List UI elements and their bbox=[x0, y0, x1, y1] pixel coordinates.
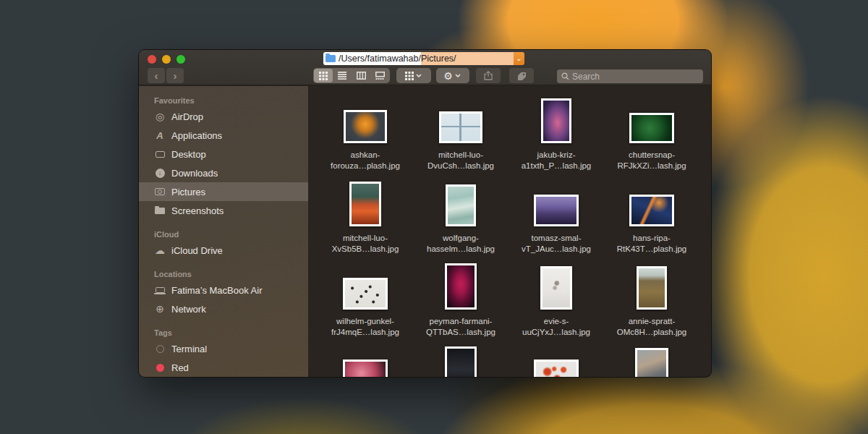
applications-icon: A bbox=[154, 130, 166, 141]
file-item[interactable] bbox=[509, 346, 604, 377]
file-item[interactable]: wolfgang-hasselm…lash.jpg bbox=[413, 180, 509, 263]
share-button[interactable] bbox=[476, 68, 501, 83]
file-item[interactable]: wilhelm-gunkel-frJ4mqE…lash.jpg bbox=[318, 263, 413, 346]
cloud-icon: ☁ bbox=[154, 244, 166, 256]
search-icon bbox=[561, 72, 569, 80]
file-name[interactable]: evie-s-uuCjYxJ…lash.jpg bbox=[522, 316, 590, 337]
sidebar-item-pictures[interactable]: Pictures bbox=[139, 182, 308, 201]
sidebar-item-tag-red[interactable]: Red bbox=[139, 358, 308, 377]
list-view-button[interactable] bbox=[333, 69, 352, 82]
file-item[interactable]: evie-s-uuCjYxJ…lash.jpg bbox=[509, 263, 604, 346]
file-item[interactable] bbox=[604, 346, 699, 377]
file-thumbnail[interactable] bbox=[445, 346, 477, 377]
file-name[interactable]: jakub-kriz-a1txth_P…lash.jpg bbox=[522, 150, 592, 171]
search-placeholder: Search bbox=[572, 72, 600, 82]
window-header: /Users/fatimawahab/ Pictures/ ⌄ ‹ › bbox=[139, 50, 711, 85]
downloads-icon: ↓ bbox=[154, 169, 166, 178]
zoom-button[interactable] bbox=[176, 55, 185, 64]
file-item[interactable]: annie-spratt-OMc8H…plash.jpg bbox=[604, 263, 699, 346]
chevron-down-icon bbox=[455, 74, 461, 77]
desktop-icon bbox=[154, 151, 166, 158]
file-name[interactable]: mitchell-luo-XvSb5B…lash.jpg bbox=[332, 233, 399, 254]
search-input[interactable]: Search bbox=[557, 69, 703, 83]
file-thumbnail[interactable] bbox=[637, 266, 667, 310]
section-title-locations: Locations bbox=[139, 265, 308, 281]
file-thumbnail[interactable] bbox=[446, 184, 476, 226]
file-name[interactable]: chuttersnap-RFJkXZi…lash.jpg bbox=[617, 150, 686, 171]
grid-view-icon bbox=[319, 72, 328, 80]
file-name[interactable]: wilhelm-gunkel-frJ4mqE…lash.jpg bbox=[331, 316, 399, 337]
icon-view-button[interactable] bbox=[314, 69, 333, 82]
file-item[interactable]: ashkan-forouza…plash.jpg bbox=[318, 97, 413, 180]
file-thumbnail[interactable] bbox=[343, 278, 388, 310]
red-tag-icon bbox=[154, 364, 166, 372]
file-thumbnail[interactable] bbox=[534, 195, 579, 226]
file-name[interactable]: ashkan-forouza…plash.jpg bbox=[331, 150, 400, 171]
file-item[interactable] bbox=[413, 346, 509, 377]
file-item[interactable]: chuttersnap-RFJkXZi…lash.jpg bbox=[604, 97, 699, 180]
file-item[interactable]: hans-ripa-RtK43T…plash.jpg bbox=[604, 180, 699, 263]
sidebar-item-tag-terminal[interactable]: Terminal bbox=[139, 339, 308, 358]
traffic-lights bbox=[148, 55, 185, 64]
file-thumbnail[interactable] bbox=[540, 266, 572, 310]
file-thumbnail[interactable] bbox=[445, 263, 477, 310]
path-text-selected: Pictures/ bbox=[421, 52, 514, 65]
action-menu-button[interactable]: ⚙ bbox=[436, 68, 469, 83]
file-grid: ashkan-forouza…plash.jpg mitchell-luo-Dv… bbox=[309, 86, 711, 377]
sidebar-item-network[interactable]: ⊕ Network bbox=[139, 299, 308, 318]
gray-ring-tag-icon bbox=[154, 345, 166, 353]
file-name[interactable]: wolfgang-hasselm…lash.jpg bbox=[427, 233, 495, 254]
finder-window: /Users/fatimawahab/ Pictures/ ⌄ ‹ › bbox=[139, 50, 711, 377]
column-view-icon bbox=[357, 72, 366, 80]
file-thumbnail[interactable] bbox=[635, 348, 668, 377]
sidebar-item-airdrop[interactable]: ◎ AirDrop bbox=[139, 107, 308, 126]
sidebar-item-screenshots[interactable]: Screenshots bbox=[139, 201, 308, 220]
path-dropdown-button[interactable]: ⌄ bbox=[514, 52, 524, 65]
file-thumbnail[interactable] bbox=[343, 359, 388, 377]
sidebar-item-desktop[interactable]: Desktop bbox=[139, 145, 308, 163]
file-name[interactable]: peyman-farmani-QTTbAS…lash.jpg bbox=[426, 316, 495, 337]
file-name[interactable]: annie-spratt-OMc8H…plash.jpg bbox=[617, 316, 687, 337]
group-by-button[interactable] bbox=[396, 68, 431, 83]
gallery-view-button[interactable] bbox=[370, 69, 389, 82]
list-view-icon bbox=[338, 72, 346, 80]
file-thumbnail[interactable] bbox=[349, 182, 381, 226]
path-address-bar[interactable]: /Users/fatimawahab/ Pictures/ ⌄ bbox=[323, 52, 524, 65]
sidebar-item-applications[interactable]: A Applications bbox=[139, 126, 308, 145]
toolbar: ‹ › bbox=[139, 67, 711, 85]
file-thumbnail[interactable] bbox=[439, 111, 482, 143]
group-grid-icon bbox=[405, 72, 414, 80]
folder-icon bbox=[326, 55, 336, 62]
tag-button[interactable] bbox=[509, 68, 534, 83]
forward-button[interactable]: › bbox=[166, 68, 184, 83]
file-thumbnail[interactable] bbox=[534, 359, 579, 377]
share-icon bbox=[484, 71, 493, 80]
file-item[interactable]: mitchell-luo-XvSb5B…lash.jpg bbox=[318, 180, 413, 263]
sidebar-item-macbook[interactable]: Fatima’s MacBook Air bbox=[139, 281, 308, 299]
file-name[interactable]: hans-ripa-RtK43T…plash.jpg bbox=[617, 233, 687, 254]
file-item[interactable] bbox=[318, 346, 413, 377]
file-thumbnail[interactable] bbox=[629, 113, 674, 143]
file-item[interactable]: peyman-farmani-QTTbAS…lash.jpg bbox=[413, 263, 509, 346]
file-item[interactable]: mitchell-luo-DvuCsh…lash.jpg bbox=[413, 97, 509, 180]
minimize-button[interactable] bbox=[162, 55, 171, 64]
file-name[interactable]: mitchell-luo-DvuCsh…lash.jpg bbox=[427, 150, 494, 171]
path-input[interactable]: /Users/fatimawahab/ Pictures/ bbox=[323, 52, 514, 65]
column-view-button[interactable] bbox=[352, 69, 370, 82]
file-item[interactable]: tomasz-smal-vT_JAuc…lash.jpg bbox=[509, 180, 604, 263]
file-item[interactable]: jakub-kriz-a1txth_P…lash.jpg bbox=[509, 97, 604, 180]
file-thumbnail[interactable] bbox=[344, 110, 387, 143]
sidebar: Favourites ◎ AirDrop A Applications Desk… bbox=[139, 86, 309, 377]
sidebar-item-downloads[interactable]: ↓ Downloads bbox=[139, 163, 308, 182]
back-button[interactable]: ‹ bbox=[148, 68, 165, 83]
section-title-favourites: Favourites bbox=[139, 92, 308, 107]
file-thumbnail[interactable] bbox=[629, 195, 674, 226]
file-name[interactable]: tomasz-smal-vT_JAuc…lash.jpg bbox=[522, 233, 591, 254]
close-button[interactable] bbox=[148, 55, 156, 64]
file-thumbnail[interactable] bbox=[541, 98, 571, 143]
globe-icon: ⊕ bbox=[154, 303, 166, 315]
tag-icon bbox=[517, 72, 527, 80]
chevron-down-icon bbox=[416, 74, 422, 77]
sidebar-item-icloud-drive[interactable]: ☁ iCloud Drive bbox=[139, 241, 308, 260]
section-title-icloud: iCloud bbox=[139, 226, 308, 241]
